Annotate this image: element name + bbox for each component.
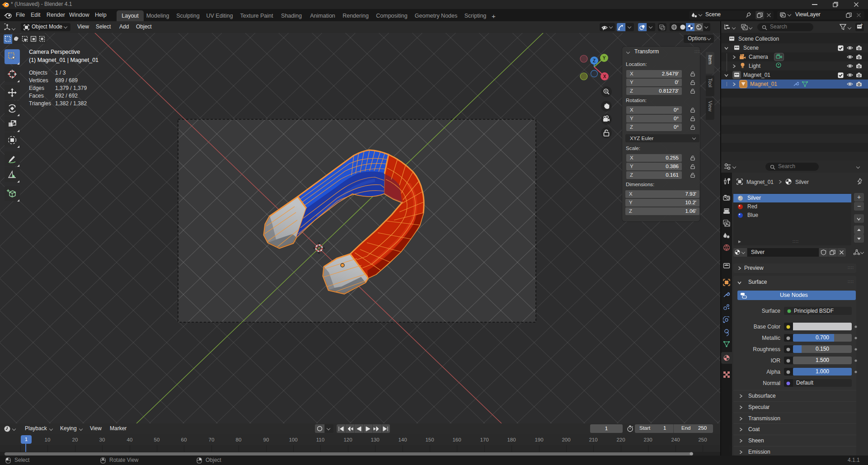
svg-text:X: X	[603, 74, 606, 79]
svg-text:Z: Z	[593, 58, 596, 63]
svg-text:Y: Y	[603, 56, 606, 61]
